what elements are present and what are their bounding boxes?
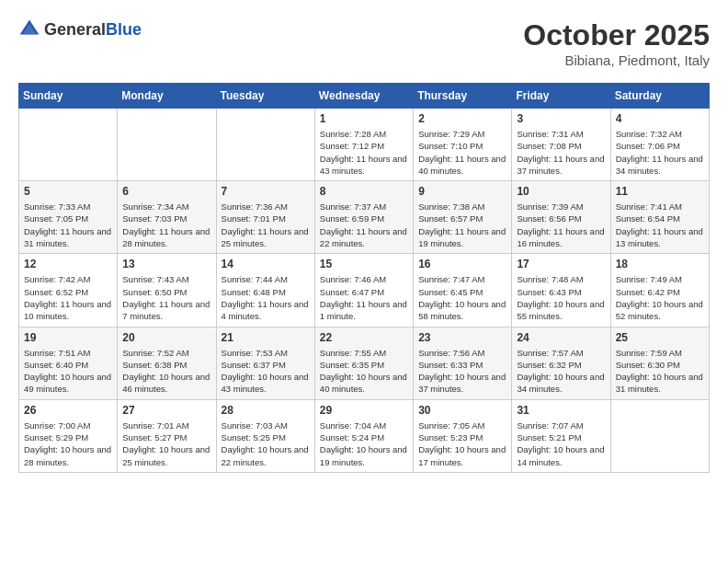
calendar-header-row: SundayMondayTuesdayWednesdayThursdayFrid… [19,84,710,109]
day-info: Sunrise: 7:46 AMSunset: 6:47 PMDaylight:… [320,273,408,322]
calendar-cell: 25Sunrise: 7:59 AMSunset: 6:30 PMDayligh… [610,327,709,399]
day-number: 17 [517,258,605,270]
day-number: 9 [418,185,506,198]
day-number: 10 [517,185,605,198]
day-info: Sunrise: 7:39 AMSunset: 6:56 PMDaylight:… [517,201,605,249]
day-info: Sunrise: 7:57 AMSunset: 6:32 PMDaylight:… [517,347,605,396]
day-number: 26 [24,404,112,417]
calendar-table: SundayMondayTuesdayWednesdayThursdayFrid… [18,83,710,473]
calendar-cell: 28Sunrise: 7:03 AMSunset: 5:25 PMDayligh… [216,399,314,472]
weekday-header: Wednesday [314,84,413,109]
calendar-cell: 18Sunrise: 7:49 AMSunset: 6:42 PMDayligh… [610,254,709,327]
day-info: Sunrise: 7:34 AMSunset: 7:03 PMDaylight:… [122,201,210,249]
calendar-cell: 12Sunrise: 7:42 AMSunset: 6:52 PMDayligh… [19,254,118,327]
calendar-cell: 6Sunrise: 7:34 AMSunset: 7:03 PMDaylight… [118,181,216,254]
calendar-cell [19,109,118,181]
calendar-cell: 14Sunrise: 7:44 AMSunset: 6:48 PMDayligh… [216,254,314,327]
weekday-header: Friday [512,84,610,109]
day-number: 7 [222,185,310,198]
day-info: Sunrise: 7:07 AMSunset: 5:21 PMDaylight:… [517,419,605,468]
day-number: 24 [517,331,605,344]
calendar-cell: 13Sunrise: 7:43 AMSunset: 6:50 PMDayligh… [118,254,216,327]
day-info: Sunrise: 7:48 AMSunset: 6:43 PMDaylight:… [517,273,605,322]
day-info: Sunrise: 7:55 AMSunset: 6:35 PMDaylight:… [320,347,408,396]
day-number: 30 [418,404,506,417]
day-info: Sunrise: 7:52 AMSunset: 6:38 PMDaylight:… [122,347,210,396]
calendar-cell: 24Sunrise: 7:57 AMSunset: 6:32 PMDayligh… [512,327,610,399]
day-info: Sunrise: 7:53 AMSunset: 6:37 PMDaylight:… [222,347,310,396]
day-number: 8 [320,185,408,198]
day-info: Sunrise: 7:32 AMSunset: 7:06 PMDaylight:… [616,128,704,177]
calendar-week-row: 19Sunrise: 7:51 AMSunset: 6:40 PMDayligh… [19,327,710,399]
calendar-cell: 30Sunrise: 7:05 AMSunset: 5:23 PMDayligh… [414,399,512,472]
day-number: 15 [320,258,408,270]
calendar-cell: 3Sunrise: 7:31 AMSunset: 7:08 PMDaylight… [512,109,610,181]
day-number: 5 [24,185,112,198]
calendar-cell: 31Sunrise: 7:07 AMSunset: 5:21 PMDayligh… [512,399,610,472]
calendar-cell [610,399,709,472]
day-number: 6 [122,185,210,198]
weekday-header: Sunday [19,84,118,109]
calendar-cell: 15Sunrise: 7:46 AMSunset: 6:47 PMDayligh… [314,254,413,327]
day-number: 1 [320,112,408,125]
calendar-cell: 27Sunrise: 7:01 AMSunset: 5:27 PMDayligh… [118,399,216,472]
calendar-week-row: 26Sunrise: 7:00 AMSunset: 5:29 PMDayligh… [19,399,710,472]
calendar-cell: 11Sunrise: 7:41 AMSunset: 6:54 PMDayligh… [610,181,709,254]
calendar-cell: 9Sunrise: 7:38 AMSunset: 6:57 PMDaylight… [414,181,512,254]
calendar-cell: 16Sunrise: 7:47 AMSunset: 6:45 PMDayligh… [414,254,512,327]
day-number: 29 [320,404,408,417]
day-info: Sunrise: 7:56 AMSunset: 6:33 PMDaylight:… [418,347,506,396]
calendar-week-row: 12Sunrise: 7:42 AMSunset: 6:52 PMDayligh… [19,254,710,327]
title-block: October 2025 Bibiana, Piedmont, Italy [523,18,710,68]
day-number: 27 [122,404,210,417]
calendar-cell: 20Sunrise: 7:52 AMSunset: 6:38 PMDayligh… [118,327,216,399]
day-info: Sunrise: 7:41 AMSunset: 6:54 PMDaylight:… [616,201,704,249]
day-info: Sunrise: 7:36 AMSunset: 7:01 PMDaylight:… [222,201,310,249]
calendar-cell: 8Sunrise: 7:37 AMSunset: 6:59 PMDaylight… [314,181,413,254]
logo-text-blue: Blue [106,20,142,39]
day-info: Sunrise: 7:47 AMSunset: 6:45 PMDaylight:… [418,273,506,322]
logo: GeneralBlue [18,18,142,40]
weekday-header: Saturday [610,84,709,109]
calendar-week-row: 1Sunrise: 7:28 AMSunset: 7:12 PMDaylight… [19,109,710,181]
day-info: Sunrise: 7:49 AMSunset: 6:42 PMDaylight:… [616,273,704,322]
day-number: 18 [616,258,704,270]
day-number: 14 [222,258,310,270]
day-number: 23 [418,331,506,344]
day-info: Sunrise: 7:42 AMSunset: 6:52 PMDaylight:… [24,273,112,322]
day-number: 4 [616,112,704,125]
calendar-cell: 7Sunrise: 7:36 AMSunset: 7:01 PMDaylight… [216,181,314,254]
day-info: Sunrise: 7:28 AMSunset: 7:12 PMDaylight:… [320,128,408,177]
day-info: Sunrise: 7:59 AMSunset: 6:30 PMDaylight:… [616,347,704,396]
day-info: Sunrise: 7:31 AMSunset: 7:08 PMDaylight:… [517,128,605,177]
calendar-cell: 29Sunrise: 7:04 AMSunset: 5:24 PMDayligh… [314,399,413,472]
calendar-cell: 4Sunrise: 7:32 AMSunset: 7:06 PMDaylight… [610,109,709,181]
logo-text-general: General [44,20,106,39]
calendar-cell: 22Sunrise: 7:55 AMSunset: 6:35 PMDayligh… [314,327,413,399]
day-number: 11 [616,185,704,198]
day-number: 19 [24,331,112,344]
day-info: Sunrise: 7:00 AMSunset: 5:29 PMDaylight:… [24,419,112,468]
day-number: 20 [122,331,210,344]
calendar-cell: 17Sunrise: 7:48 AMSunset: 6:43 PMDayligh… [512,254,610,327]
day-number: 21 [222,331,310,344]
weekday-header: Tuesday [216,84,314,109]
day-number: 25 [616,331,704,344]
calendar-cell: 23Sunrise: 7:56 AMSunset: 6:33 PMDayligh… [414,327,512,399]
day-number: 22 [320,331,408,344]
calendar-cell: 2Sunrise: 7:29 AMSunset: 7:10 PMDaylight… [414,109,512,181]
weekday-header: Thursday [414,84,512,109]
day-info: Sunrise: 7:43 AMSunset: 6:50 PMDaylight:… [122,273,210,322]
day-number: 16 [418,258,506,270]
calendar-cell [118,109,216,181]
day-info: Sunrise: 7:04 AMSunset: 5:24 PMDaylight:… [320,419,408,468]
page-header: GeneralBlue October 2025 Bibiana, Piedmo… [18,18,710,68]
calendar-cell: 19Sunrise: 7:51 AMSunset: 6:40 PMDayligh… [19,327,118,399]
day-info: Sunrise: 7:05 AMSunset: 5:23 PMDaylight:… [418,419,506,468]
day-info: Sunrise: 7:44 AMSunset: 6:48 PMDaylight:… [222,273,310,322]
day-info: Sunrise: 7:01 AMSunset: 5:27 PMDaylight:… [122,419,210,468]
day-number: 28 [222,404,310,417]
day-info: Sunrise: 7:29 AMSunset: 7:10 PMDaylight:… [418,128,506,177]
day-number: 12 [24,258,112,270]
day-number: 31 [517,404,605,417]
